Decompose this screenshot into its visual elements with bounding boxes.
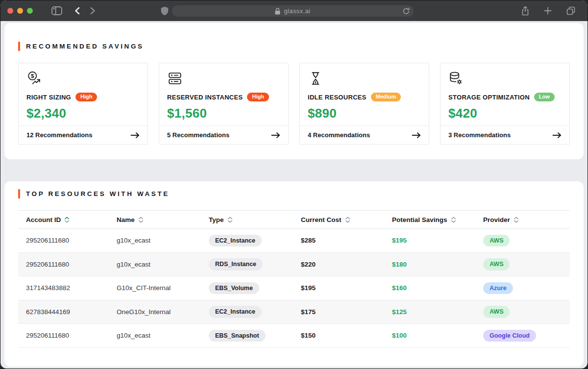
name-cell: g10x_ecast [109, 332, 201, 339]
url-text: glassx.ai [284, 7, 310, 15]
card-right-sizing: $ RIGHT SIZING High $2,340 12 Recommen [18, 63, 148, 145]
type-cell: EBS_Volume [201, 282, 293, 295]
account-id-cell: 295206111680 [18, 237, 109, 244]
current-cost-cell: $285 [293, 237, 384, 244]
card-recommendations-link[interactable]: 5 Recommendations [159, 125, 288, 144]
card-recommendations-link[interactable]: 3 Recommendations [441, 125, 569, 144]
type-badge: EC2_Instance [209, 235, 262, 247]
minimize-window-button[interactable] [17, 8, 23, 14]
table-row: 317143483882 G10x_CIT-Internal EBS_Volum… [18, 276, 570, 300]
zoom-window-button[interactable] [27, 8, 33, 14]
hourglass-icon [308, 71, 421, 86]
priority-badge: Low [534, 93, 555, 101]
sort-icon [227, 217, 233, 223]
page-content: RECOMMENDED SAVINGS $ [0, 21, 588, 369]
card-title: RIGHT SIZING [26, 94, 71, 101]
refresh-icon[interactable] [403, 7, 410, 15]
arrow-right-icon [271, 132, 280, 138]
potential-savings-cell: $125 [384, 308, 475, 316]
sort-potential-savings[interactable]: Potential Savings [384, 211, 475, 228]
priority-badge: High [75, 93, 97, 101]
account-id-cell: 317143483882 [18, 284, 109, 292]
chrome-actions [517, 4, 580, 18]
sort-icon [64, 217, 70, 223]
new-tab-icon[interactable] [542, 5, 554, 17]
traffic-lights [7, 8, 33, 14]
database-gear-icon [448, 71, 562, 86]
account-id-cell: 295206111680 [18, 261, 109, 268]
provider-cell: AWS [475, 235, 570, 247]
sort-provider[interactable]: Provider [475, 211, 570, 228]
section-title: TOP RESOURCES WITH WASTE [26, 190, 170, 197]
recommended-savings-header: RECOMMENDED SAVINGS [18, 42, 570, 51]
sort-type[interactable]: Type [201, 211, 293, 228]
current-cost-cell: $220 [293, 261, 384, 268]
waste-table-panel: TOP RESOURCES WITH WASTE Account ID [4, 181, 584, 367]
provider-cell: AWS [475, 258, 570, 271]
card-reserved-instances: RESERVED INSTANCES High $1,560 5 Recomme… [159, 63, 289, 145]
waste-table-header: TOP RESOURCES WITH WASTE [18, 189, 570, 198]
table-header-row: Account ID Name [18, 211, 570, 229]
close-window-button[interactable] [7, 8, 13, 14]
type-cell: EC2_Instance [201, 235, 293, 247]
sort-icon [451, 217, 456, 223]
priority-badge: Medium [371, 93, 401, 101]
provider-badge: AWS [483, 235, 510, 247]
sort-name[interactable]: Name [109, 211, 201, 228]
name-cell: g10x_ecast [109, 237, 201, 244]
savings-cards: $ RIGHT SIZING High $2,340 12 Recommen [18, 63, 570, 145]
type-cell: EBS_Snapshot [201, 330, 293, 342]
card-title: STORAGE OPTIMIZATION [448, 94, 530, 101]
name-cell: g10x_ecast [109, 261, 201, 268]
shield-icon[interactable] [159, 4, 171, 18]
dollar-trend-icon: $ [26, 71, 140, 86]
share-icon[interactable] [519, 4, 531, 18]
potential-savings-cell: $180 [384, 261, 475, 268]
svg-text:$: $ [31, 73, 34, 79]
type-badge: EBS_Snapshot [209, 330, 266, 342]
table-row: 295206111680 g10x_ecast EC2_Instance $28… [18, 229, 570, 253]
forward-icon[interactable] [88, 5, 98, 17]
type-cell: EC2_Instance [201, 306, 293, 318]
recommended-savings-panel: RECOMMENDED SAVINGS $ [4, 23, 584, 159]
accent-bar [18, 42, 20, 51]
address-bar[interactable]: glassx.ai [172, 5, 414, 17]
provider-badge: Azure [483, 282, 513, 295]
provider-cell: Google Cloud [475, 330, 570, 342]
table-row: 295206111680 g10x_ecast EBS_Snapshot $15… [18, 324, 570, 348]
waste-table: Account ID Name [18, 210, 570, 348]
provider-badge: AWS [483, 306, 510, 318]
card-recommendations-link[interactable]: 4 Recommendations [300, 125, 429, 144]
card-storage-optimization: STORAGE OPTIMIZATION Low $420 3 Recommen… [440, 63, 570, 145]
savings-amount: $1,560 [167, 106, 280, 121]
potential-savings-cell: $195 [384, 237, 475, 244]
account-id-cell: 627838444169 [18, 308, 109, 316]
arrow-right-icon [412, 132, 421, 138]
sidebar-toggle-icon[interactable] [49, 4, 64, 17]
arrow-right-icon [552, 132, 562, 138]
type-badge: EC2_Instance [209, 306, 262, 318]
priority-badge: High [247, 93, 269, 101]
current-cost-cell: $195 [293, 284, 384, 292]
tab-overview-icon[interactable] [564, 4, 577, 17]
sort-current-cost[interactable]: Current Cost [293, 211, 384, 228]
type-badge: EBS_Volume [209, 282, 259, 295]
savings-amount: $420 [448, 106, 562, 121]
provider-cell: AWS [475, 306, 570, 318]
sort-icon [345, 217, 350, 223]
potential-savings-cell: $160 [384, 284, 475, 292]
back-icon[interactable] [73, 5, 82, 17]
savings-amount: $2,340 [26, 106, 140, 121]
accent-bar [18, 189, 20, 198]
lock-icon [275, 8, 280, 15]
provider-cell: Azure [475, 282, 570, 295]
browser-window: glassx.ai [0, 0, 588, 369]
arrow-right-icon [130, 132, 140, 138]
sort-account-id[interactable]: Account ID [18, 211, 109, 228]
sort-icon [138, 217, 144, 223]
server-stack-icon [167, 71, 280, 86]
name-cell: G10x_CIT-Internal [109, 284, 201, 292]
card-idle-resources: IDLE RESOURCES Medium $890 4 Recommendat… [299, 63, 429, 145]
card-recommendations-link[interactable]: 12 Recommendations [19, 125, 147, 144]
name-cell: OneG10x_Internal [109, 308, 201, 316]
